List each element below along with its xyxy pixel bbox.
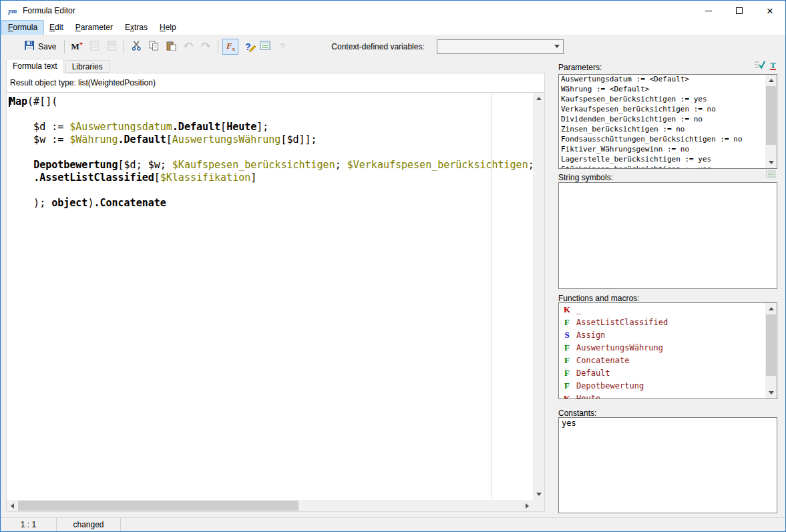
function-row[interactable]: FDepotbewertung <box>559 379 765 392</box>
function-row[interactable]: FAuswertungsWährung <box>559 341 765 354</box>
menu-item-parameter[interactable]: Parameter <box>69 21 119 35</box>
parameter-row[interactable]: Währung := <Default> <box>559 85 765 95</box>
scroll-up-arrow[interactable] <box>533 93 544 104</box>
scissors-icon <box>132 41 142 53</box>
scroll-left-arrow[interactable] <box>7 500 18 511</box>
parameters-scrollbar[interactable] <box>765 75 777 168</box>
right-panel: Parameters: T Auswertungsdatum := <Defau… <box>558 58 777 519</box>
scroll-right-arrow[interactable] <box>522 500 533 511</box>
function-type-icon: F <box>563 317 571 328</box>
menu-item-formula[interactable]: Formula <box>2 21 43 35</box>
function-row[interactable]: FAssetListClassified <box>559 316 765 328</box>
help-button[interactable]: ? <box>274 39 290 55</box>
undo-button[interactable] <box>180 39 196 55</box>
code-line[interactable]: ); object).Concatenate <box>9 197 533 210</box>
copy-button[interactable] <box>146 39 162 55</box>
function-row[interactable]: KHeute <box>559 392 765 398</box>
save-label: Save <box>38 42 56 51</box>
code-line[interactable] <box>9 108 533 121</box>
function-row[interactable]: SAssign <box>559 328 765 341</box>
tab-libraries[interactable]: Libraries <box>65 60 110 73</box>
scroll-down-arrow[interactable] <box>765 157 777 168</box>
window-title: Formula Editor <box>23 6 75 15</box>
menu-item-extras[interactable]: Extras <box>119 21 154 35</box>
code-line[interactable]: .AssetListClassified[$Klassifikation] <box>9 172 533 184</box>
string-symbols-label: String symbols: <box>558 173 613 182</box>
function-type-icon: F <box>563 342 571 353</box>
parameter-row[interactable]: Zinsen_berücksichtigen := no <box>559 125 765 135</box>
string-symbols-grid-icon[interactable] <box>766 170 776 180</box>
window-controls: × <box>693 1 785 21</box>
menu-item-help[interactable]: Help <box>154 21 182 35</box>
editor-vertical-scrollbar[interactable] <box>533 93 544 500</box>
formula-editor-area[interactable]: Map(#[]( $d := $Auswertungsdatum.Default… <box>7 92 544 511</box>
close-button[interactable]: × <box>755 1 785 21</box>
parameters-toolbar: T <box>754 60 776 71</box>
minimize-icon <box>705 11 712 11</box>
function-name: _ <box>576 305 581 314</box>
undo-arrow-icon <box>183 41 194 52</box>
parameter-row[interactable]: Stückzinsen_berücksichtigen := yes <box>559 165 765 168</box>
vertical-scroll-thumb[interactable] <box>766 86 776 145</box>
maximize-button[interactable] <box>724 1 755 21</box>
code-line[interactable]: Map(#[]( <box>9 95 533 108</box>
save-button[interactable]: Save <box>20 39 60 55</box>
string-symbols-listbox[interactable] <box>558 182 777 289</box>
function-row[interactable]: FDefault <box>559 366 765 379</box>
form-page-button-2[interactable] <box>104 39 120 55</box>
cut-button[interactable] <box>128 39 144 55</box>
parameter-row[interactable]: Verkaufspesen_berücksichtigen := no <box>559 105 765 115</box>
function-row[interactable]: K_ <box>559 303 765 316</box>
show-list-button[interactable] <box>257 39 273 55</box>
code-line[interactable]: $w := $Währung.Default[AuswertungsWährun… <box>9 134 533 146</box>
maximize-icon <box>736 7 743 14</box>
parameter-row[interactable]: Auswertungsdatum := <Default> <box>559 75 765 85</box>
check-parameters-icon[interactable] <box>754 60 765 71</box>
constant-row[interactable]: yes <box>559 418 777 429</box>
parameter-row[interactable]: Dividenden_berücksichtigen := no <box>559 115 765 125</box>
formula-toggle-button[interactable]: Fx <box>222 39 238 55</box>
parameter-row[interactable]: Fiktiver_Währungsgewinn := no <box>559 145 765 155</box>
text-caret <box>9 97 10 107</box>
parameter-text-icon[interactable]: T <box>770 61 776 70</box>
insert-macro-button[interactable]: M+ <box>69 39 85 55</box>
minimize-button[interactable] <box>693 1 724 21</box>
vertical-scroll-thumb[interactable] <box>766 314 776 376</box>
context-variables-combobox[interactable] <box>437 39 564 54</box>
parameter-row[interactable]: Kaufspesen_berücksichtigen := yes <box>559 95 765 105</box>
parameter-row[interactable]: Lagerstelle_berücksichtigen := yes <box>559 155 765 165</box>
function-row[interactable]: FConcatenate <box>559 354 765 366</box>
editor-horizontal-scrollbar[interactable] <box>7 500 533 511</box>
redo-button[interactable] <box>198 39 214 55</box>
code-area[interactable]: Map(#[]( $d := $Auswertungsdatum.Default… <box>7 93 533 500</box>
form-page-button-1[interactable] <box>86 39 102 55</box>
edit-comment-button[interactable]: ? <box>240 39 256 55</box>
constants-listbox[interactable]: yes <box>558 417 777 513</box>
menu-item-edit[interactable]: Edit <box>43 21 69 35</box>
function-type-icon: F <box>563 380 571 391</box>
titlebar: pm Formula Editor × <box>1 1 785 21</box>
code-line[interactable]: $d := $Auswertungsdatum.Default[Heute]; <box>9 121 533 134</box>
chevron-down-icon[interactable] <box>551 40 563 53</box>
function-name: AuswertungsWährung <box>576 343 663 352</box>
functions-label: Functions and macros: <box>558 294 639 303</box>
scroll-down-arrow[interactable] <box>533 489 544 500</box>
scroll-up-arrow[interactable] <box>765 303 777 314</box>
code-line[interactable] <box>9 184 533 197</box>
result-object-type-label: Result object type: list(WeightedPositio… <box>7 73 544 92</box>
parameter-row[interactable]: Fondsausschüttungen_berücksichtigen := n… <box>559 135 765 145</box>
scroll-down-arrow[interactable] <box>765 387 777 398</box>
parameters-listbox[interactable]: Auswertungsdatum := <Default>Währung := … <box>558 74 777 169</box>
question-pencil-icon: ? <box>245 41 251 52</box>
code-line[interactable]: Depotbewertung[$d; $w; $Kaufspesen_berüc… <box>9 159 533 172</box>
functions-scrollbar[interactable] <box>765 303 777 398</box>
paste-button[interactable] <box>163 39 179 55</box>
horizontal-scroll-thumb[interactable] <box>18 501 299 511</box>
code-line[interactable] <box>9 146 533 159</box>
formula-text-panel: Result object type: list(WeightedPositio… <box>6 73 545 512</box>
tab-formula-text[interactable]: Formula text <box>6 59 64 73</box>
toolbar: Save M+ <box>1 35 785 58</box>
functions-listbox[interactable]: K_FAssetListClassifiedSAssignFAuswertung… <box>558 302 777 399</box>
functions-rows: K_FAssetListClassifiedSAssignFAuswertung… <box>559 303 765 398</box>
scroll-up-arrow[interactable] <box>765 75 777 86</box>
